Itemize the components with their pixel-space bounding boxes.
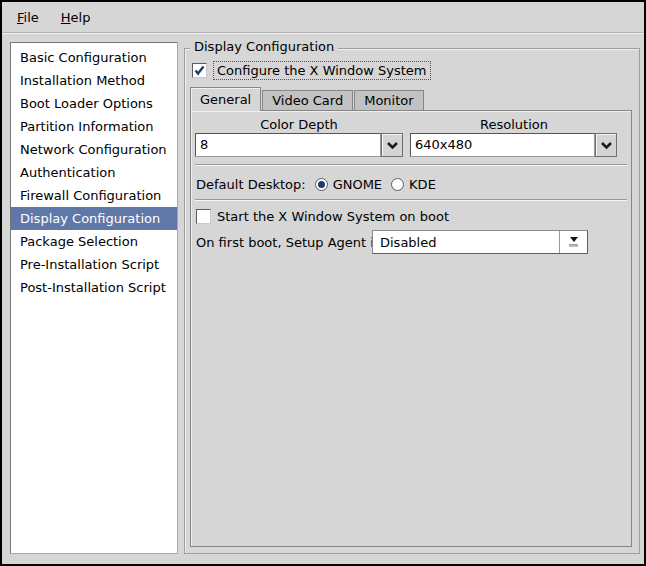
tab-video-card[interactable]: Video Card [262, 90, 353, 111]
display-tabs: General Video Card Monitor [190, 87, 425, 111]
color-depth-dropdown-button[interactable] [381, 133, 403, 157]
sidebar-item-firewall-configuration[interactable]: Firewall Configuration [11, 184, 177, 207]
resolution-combo: 640x480 [410, 133, 617, 157]
radio-kde[interactable]: KDE [391, 175, 436, 194]
separator [195, 199, 627, 201]
sidebar-item-basic-configuration[interactable]: Basic Configuration [11, 46, 177, 69]
radio-unselected-icon [391, 178, 404, 191]
configure-x-checkbox[interactable]: Configure the X Window System [192, 61, 431, 80]
radio-kde-label: KDE [409, 175, 436, 194]
frame-title: Display Configuration [190, 39, 338, 54]
tab-monitor[interactable]: Monitor [354, 90, 423, 111]
general-tab-page: Color Depth Resolution 8 640x480 Default… [190, 110, 632, 547]
default-desktop-label: Default Desktop: [196, 175, 306, 194]
arrow-down-icon [570, 237, 578, 242]
sidebar-item-display-configuration[interactable]: Display Configuration [11, 207, 177, 230]
menu-file-rest: ile [24, 10, 39, 25]
option-menu-indicator [559, 231, 587, 253]
menu-file[interactable]: File [6, 4, 50, 31]
setup-agent-dropdown[interactable]: Disabled [372, 230, 588, 254]
sidebar-item-pre-installation-script[interactable]: Pre-Installation Script [11, 253, 177, 276]
separator [195, 164, 627, 166]
chevron-down-icon [386, 141, 399, 150]
color-depth-combo: 8 [195, 133, 403, 157]
start-x-label: Start the X Window System on boot [217, 207, 449, 226]
app-window: File Help Basic Configuration Installati… [0, 0, 646, 566]
default-desktop-row: Default Desktop: GNOME KDE [196, 172, 436, 196]
menu-help-rest: elp [71, 10, 91, 25]
setup-agent-row: On first boot, Setup Agent is: Disabled [196, 230, 626, 254]
setup-agent-value: Disabled [373, 235, 559, 250]
tab-general[interactable]: General [190, 87, 261, 111]
menu-help-accel: H [61, 10, 71, 25]
radio-gnome[interactable]: GNOME [315, 175, 382, 194]
sidebar-item-post-installation-script[interactable]: Post-Installation Script [11, 276, 177, 299]
configure-x-label: Configure the X Window System [213, 61, 431, 80]
checkmark-icon [194, 65, 205, 76]
sidebar-item-network-configuration[interactable]: Network Configuration [11, 138, 177, 161]
color-depth-label: Color Depth [195, 117, 403, 132]
chevron-down-icon [600, 141, 613, 150]
menu-help[interactable]: Help [50, 4, 102, 31]
resolution-label: Resolution [410, 117, 618, 132]
sidebar-item-boot-loader-options[interactable]: Boot Loader Options [11, 92, 177, 115]
checkbox-checked-icon[interactable] [192, 63, 207, 78]
sidebar-item-partition-information[interactable]: Partition Information [11, 115, 177, 138]
menubar: File Help [2, 2, 644, 33]
checkbox-unchecked-icon[interactable] [196, 209, 211, 224]
option-menu-bar-icon [569, 244, 578, 247]
sidebar-item-package-selection[interactable]: Package Selection [11, 230, 177, 253]
start-x-checkbox[interactable]: Start the X Window System on boot [196, 207, 449, 226]
setup-agent-label: On first boot, Setup Agent is: [196, 233, 385, 252]
resolution-dropdown-button[interactable] [595, 133, 617, 157]
resolution-input[interactable]: 640x480 [410, 133, 595, 157]
sidebar-item-authentication[interactable]: Authentication [11, 161, 177, 184]
radio-gnome-label: GNOME [333, 175, 382, 194]
color-depth-input[interactable]: 8 [195, 133, 381, 157]
sidebar-item-installation-method[interactable]: Installation Method [11, 69, 177, 92]
section-list: Basic Configuration Installation Method … [10, 42, 178, 554]
radio-selected-icon [315, 178, 328, 191]
